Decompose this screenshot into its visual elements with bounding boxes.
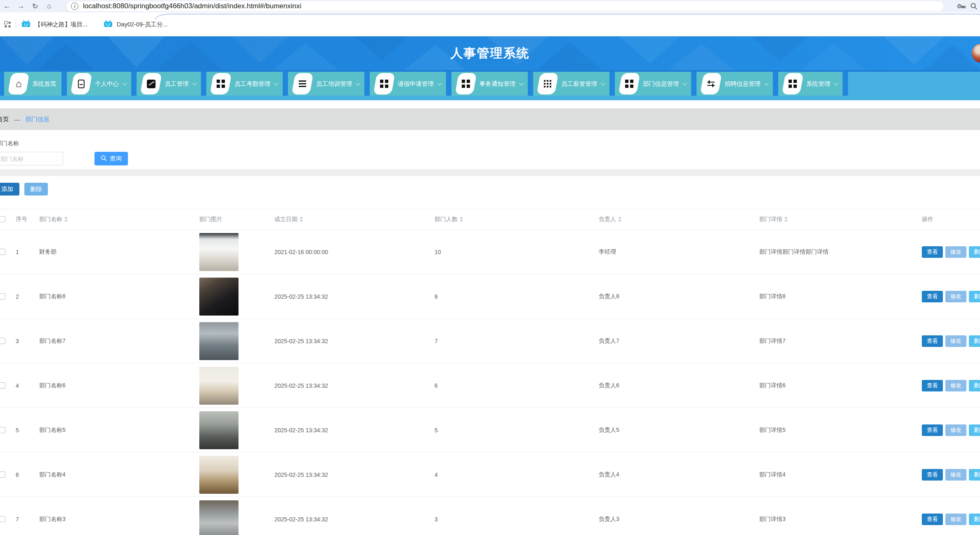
founded-date: 2025-02-25 13:34:32 xyxy=(272,338,432,344)
nav-item-lines-4[interactable]: 员工培训管理 xyxy=(288,72,364,96)
grid4-icon xyxy=(625,80,633,88)
department-detail: 部门详情4 xyxy=(756,471,919,478)
column-header: 部门图片 xyxy=(196,216,272,223)
nav-item-edit-2[interactable]: 员工管理 xyxy=(137,72,201,96)
breadcrumb-current[interactable]: 部门信息 xyxy=(26,115,50,123)
bookmark-item-1[interactable]: 【码神之路】项目... xyxy=(21,19,87,29)
add-button[interactable]: 添加 xyxy=(0,183,19,196)
row-delete-button[interactable]: 删除 xyxy=(969,246,980,258)
nav-item-grid4-3[interactable]: 员工考勤管理 xyxy=(206,72,283,96)
column-header[interactable]: 部门人数 xyxy=(432,216,596,223)
column-header[interactable]: 成立日期 xyxy=(272,216,432,223)
nav-item-label: 员工管理 xyxy=(165,80,189,88)
nav-item-grid4-8[interactable]: 部门信息管理 xyxy=(615,72,691,96)
row-delete-button[interactable]: 删除 xyxy=(969,380,980,391)
column-header[interactable]: 负责人 xyxy=(596,216,756,223)
row-number: 3 xyxy=(12,338,36,344)
url-text[interactable]: localhost:8080/springbootfg466h03/admin/… xyxy=(83,2,301,10)
bookmark-item-2[interactable]: Day02-09-员工分... xyxy=(103,19,168,29)
chevron-down-icon xyxy=(274,81,279,85)
row-delete-button[interactable]: 删除 xyxy=(969,335,980,347)
nav-item-label: 系统管理 xyxy=(806,80,830,88)
row-checkbox[interactable] xyxy=(0,471,5,478)
browser-home-icon[interactable]: ⌂ xyxy=(42,1,56,12)
department-photo[interactable] xyxy=(199,456,239,494)
table-row: 3 部门名称7 2025-02-25 13:34:32 7 负责人7 部门详情7… xyxy=(0,319,980,363)
department-photo[interactable] xyxy=(199,278,239,316)
nav-item-grid4-5[interactable]: 请假申请管理 xyxy=(370,72,446,96)
column-header[interactable]: 部门名称 xyxy=(36,216,196,223)
department-name: 部门名称3 xyxy=(36,516,196,523)
edit-button[interactable]: 修改 xyxy=(945,514,966,525)
row-checkbox[interactable] xyxy=(0,338,5,344)
department-photo[interactable] xyxy=(199,367,239,405)
delete-button[interactable]: 删除 xyxy=(24,183,48,196)
sort-carets-icon[interactable] xyxy=(300,217,303,222)
column-header[interactable]: 部门详情 xyxy=(756,216,919,223)
sort-carets-icon[interactable] xyxy=(618,217,621,222)
chevron-down-icon xyxy=(356,81,360,85)
row-checkbox[interactable] xyxy=(0,427,5,433)
breadcrumb-home[interactable]: 首页 xyxy=(0,115,9,123)
view-button[interactable]: 查看 xyxy=(922,246,943,258)
view-button[interactable]: 查看 xyxy=(922,469,943,481)
edit-button[interactable]: 修改 xyxy=(945,246,966,258)
back-icon[interactable]: ← xyxy=(0,1,14,12)
breadcrumb-separator: — xyxy=(14,116,20,123)
view-button[interactable]: 查看 xyxy=(922,380,943,391)
nav-item-label: 员工培训管理 xyxy=(316,80,352,88)
page-title: 人事管理系统 xyxy=(0,36,980,70)
site-info-icon[interactable]: i xyxy=(71,2,78,10)
grid9-icon xyxy=(544,80,551,87)
sort-carets-icon[interactable] xyxy=(784,217,788,222)
reload-icon[interactable]: ↻ xyxy=(28,1,42,12)
nav-item-grid4-10[interactable]: 系统管理 xyxy=(778,72,843,96)
row-number: 7 xyxy=(12,516,36,523)
forward-icon[interactable]: → xyxy=(14,1,28,12)
column-header: 序号 xyxy=(12,216,36,223)
nav-bar: 系统首页 个人中心 员工管理 员工考勤管理 员工培训管理 请假申请管理 xyxy=(0,70,980,100)
manager-name: 负责人6 xyxy=(596,382,756,389)
row-delete-button[interactable]: 删除 xyxy=(969,469,980,481)
nav-item-sliders-9[interactable]: 招聘信息管理 xyxy=(697,72,773,96)
nav-item-home-0[interactable]: 系统首页 xyxy=(4,72,61,96)
nav-item-grid9-7[interactable]: 员工薪资管理 xyxy=(533,72,609,96)
edit-button[interactable]: 修改 xyxy=(945,380,966,391)
edit-icon xyxy=(147,80,156,88)
department-photo[interactable] xyxy=(199,411,239,449)
nav-item-journal-1[interactable]: 个人中心 xyxy=(67,72,131,96)
address-bar[interactable]: i localhost:8080/springbootfg466h03/admi… xyxy=(67,1,943,11)
row-checkbox[interactable] xyxy=(0,249,5,255)
grid4-icon xyxy=(217,80,225,88)
chevron-down-icon xyxy=(192,81,197,85)
apps-grid-icon[interactable] xyxy=(3,20,12,28)
nav-item-grid4-6[interactable]: 事务通知管理 xyxy=(451,72,528,96)
row-delete-button[interactable]: 删除 xyxy=(969,514,980,525)
view-button[interactable]: 查看 xyxy=(922,514,943,525)
department-photo[interactable] xyxy=(199,500,239,535)
edit-button[interactable]: 修改 xyxy=(945,424,966,436)
edit-button[interactable]: 修改 xyxy=(945,335,966,347)
department-name-input[interactable] xyxy=(0,152,63,165)
row-checkbox[interactable] xyxy=(0,516,5,522)
department-detail: 部门详情部门详情部门详情 xyxy=(756,248,919,256)
sort-carets-icon[interactable] xyxy=(64,217,68,222)
row-delete-button[interactable]: 删除 xyxy=(969,424,980,436)
row-delete-button[interactable]: 删除 xyxy=(969,291,980,302)
department-photo[interactable] xyxy=(199,233,239,271)
select-all-checkbox[interactable] xyxy=(0,216,5,222)
edit-button[interactable]: 修改 xyxy=(945,469,966,481)
key-icon[interactable] xyxy=(957,3,966,9)
view-button[interactable]: 查看 xyxy=(922,291,943,302)
view-button[interactable]: 查看 xyxy=(922,335,943,347)
edit-button[interactable]: 修改 xyxy=(945,291,966,302)
sort-carets-icon[interactable] xyxy=(460,217,463,222)
nav-icon-tile xyxy=(7,73,29,94)
table-header: 序号 部门名称 部门图片 成立日期 部门人数 负责人 部门详情 操作 xyxy=(0,209,980,230)
zoom-search-icon[interactable] xyxy=(970,2,978,10)
department-photo[interactable] xyxy=(199,322,239,360)
query-button[interactable]: 查询 xyxy=(94,152,128,165)
row-checkbox[interactable] xyxy=(0,293,5,299)
row-checkbox[interactable] xyxy=(0,382,5,389)
view-button[interactable]: 查看 xyxy=(922,424,943,436)
